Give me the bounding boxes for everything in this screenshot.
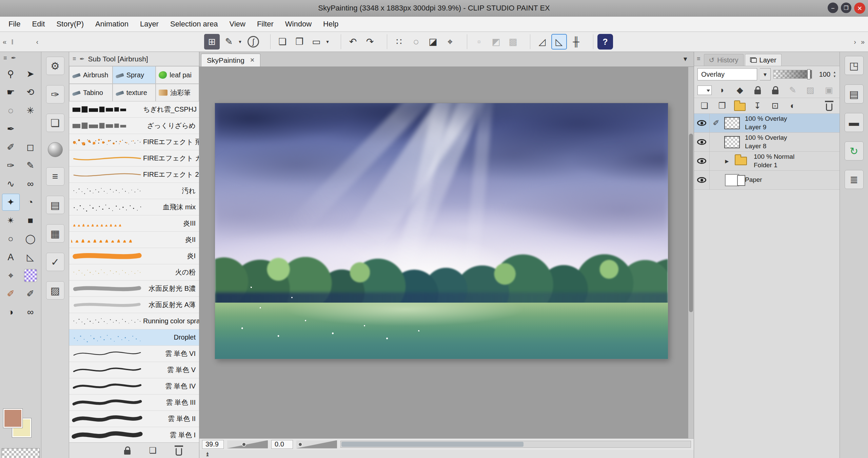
layer-row[interactable]: ✐ 100 % Overlay Layer 9	[694, 114, 840, 133]
reference-layer-icon[interactable]: ◗	[715, 83, 729, 97]
brush-item[interactable]: 血飛沫 mix	[69, 199, 199, 215]
horizontal-scrollbar-thumb[interactable]	[341, 442, 524, 447]
folder-expand-toggle[interactable]: ▶	[723, 152, 731, 170]
brush-item[interactable]: 炎II	[69, 232, 199, 248]
delete-layer-icon[interactable]	[822, 99, 836, 113]
subtool-group-tabino[interactable]: Tabino	[69, 84, 113, 101]
layer-visibility-toggle[interactable]	[694, 152, 710, 170]
subtool-group-spray[interactable]: Spray	[113, 66, 156, 84]
pattern-grid-icon[interactable]: ▦	[46, 224, 64, 243]
panel-menu-icon[interactable]: ≡	[697, 55, 701, 62]
transparent-color-dropdown[interactable]	[697, 83, 712, 97]
panel-menu-icon[interactable]: ≡	[73, 55, 76, 62]
lock-transparent-pixels-icon[interactable]	[768, 83, 782, 97]
tool-ruler[interactable]: ◺	[22, 249, 39, 266]
create-copy-subtool-icon[interactable]: ❏	[146, 443, 160, 458]
collapse-right-panel-icon[interactable]: ›	[854, 38, 856, 46]
tool-brush[interactable]: ∿	[2, 175, 20, 192]
document-tab-close-icon[interactable]: ✕	[250, 57, 255, 64]
tool-fill[interactable]: ✴	[2, 212, 20, 229]
tool-auto-select[interactable]: ✳	[22, 102, 39, 119]
rotation-slider-knob[interactable]	[298, 442, 302, 446]
brush-item[interactable]: 汚れ	[69, 183, 199, 199]
tool-gradient[interactable]: ■	[22, 212, 39, 229]
tool-pencil[interactable]: ✎	[22, 157, 39, 174]
layer-thumbnail[interactable]	[731, 152, 750, 170]
redo-icon[interactable]: ↷	[362, 34, 378, 50]
tool-rotate[interactable]: ⟲	[22, 84, 39, 101]
tool-figure[interactable]: ○	[2, 230, 20, 247]
tool-liquify[interactable]: ⌖	[2, 267, 20, 284]
menu-item[interactable]: File	[3, 17, 26, 32]
brush-item[interactable]: ちぎれ雲_CSPHJ	[69, 101, 199, 118]
lock-subtool-icon[interactable]	[120, 443, 134, 458]
workspace-panels-icon[interactable]: ⊞	[204, 34, 220, 50]
deselect-icon[interactable]: ◌	[408, 34, 424, 50]
save-icon[interactable]: ▭	[309, 34, 324, 50]
tool-pen[interactable]: ✑	[2, 157, 20, 174]
timelapse-icon[interactable]: ▬	[845, 113, 864, 132]
expand-dock-icon[interactable]: ◳	[845, 56, 864, 75]
new-layer-menu-icon[interactable]: ❐	[715, 99, 729, 113]
new-folder-icon[interactable]	[733, 99, 747, 113]
brush-item[interactable]: 炎III	[69, 215, 199, 232]
undo-icon[interactable]: ↶	[345, 34, 361, 50]
timeline-icon[interactable]: ▤	[46, 196, 64, 214]
subview-icon[interactable]: ▨	[46, 281, 64, 300]
snap-to-ruler-icon[interactable]: ◿	[534, 34, 550, 50]
layer-color-icon[interactable]: ▨	[803, 83, 817, 97]
brush-item[interactable]: FIREエフェクト 2色	[69, 167, 199, 183]
maximize-button[interactable]: ❐	[841, 3, 851, 13]
brush-item[interactable]: FIREエフェクト 飛び火	[69, 134, 199, 150]
tool-zoom[interactable]: ⚲	[2, 65, 20, 82]
panel-options-icon[interactable]: ▣	[822, 83, 836, 97]
main-color-swatch[interactable]	[3, 409, 22, 428]
brush-item[interactable]: Running color spray	[69, 313, 199, 329]
panel-menu-icon[interactable]: ≡	[3, 55, 7, 62]
opacity-slider[interactable]	[773, 70, 812, 79]
brush-item[interactable]: 雲 単色 IV	[69, 378, 199, 395]
draft-layer-icon[interactable]: ◆	[733, 83, 747, 97]
tab-list-caret[interactable]: ▼	[682, 56, 688, 63]
subtool-group-airbrush[interactable]: Airbrush	[69, 66, 113, 84]
canvas-viewport[interactable]	[199, 67, 694, 438]
snap-to-grid-icon[interactable]: ╫	[568, 34, 584, 50]
menu-item[interactable]: Filter	[251, 17, 279, 32]
tool-text[interactable]: A	[2, 249, 20, 266]
layer-thumbnail[interactable]	[723, 171, 742, 189]
collapse-right-dock-icon[interactable]: »	[861, 38, 865, 46]
crop-selection-icon[interactable]: ▫	[471, 34, 487, 50]
layer-visibility-toggle[interactable]	[694, 114, 710, 132]
menu-item[interactable]: Story(P)	[51, 17, 90, 32]
tool-decoration[interactable]: ∞	[22, 175, 39, 192]
mask-outside-icon[interactable]: ◩	[488, 34, 504, 50]
tab-layer[interactable]: Layer	[745, 54, 782, 66]
current-tool-icon[interactable]: ✎	[221, 34, 237, 50]
auto-action-icon[interactable]: ↻	[845, 141, 864, 160]
rotation-value[interactable]: 0.0	[271, 440, 293, 449]
quick-access-icon[interactable]: ▤	[845, 84, 864, 103]
layer-visibility-toggle[interactable]	[694, 133, 710, 151]
tool-eraser[interactable]: ◻	[22, 139, 39, 156]
brush-shape-icon[interactable]: ❏	[46, 114, 64, 132]
gradient-set-icon[interactable]: ≡	[46, 167, 64, 186]
transfer-to-lower-layer-icon[interactable]: ↧	[750, 99, 765, 113]
tool-hand[interactable]: ☛	[2, 84, 20, 101]
collapse-status-icon[interactable]: ▲ ▲	[205, 452, 210, 456]
opacity-slider-thumb[interactable]	[807, 69, 810, 79]
horizontal-scrollbar[interactable]	[340, 441, 691, 448]
transparent-color-swatch[interactable]	[2, 448, 40, 458]
dock-grip[interactable]: |||	[11, 39, 12, 45]
tool-eyedropper[interactable]: ✒	[2, 120, 20, 137]
delete-subtool-icon[interactable]	[172, 443, 186, 458]
tool-watercolor-brush[interactable]: ✐	[2, 285, 20, 302]
menu-item[interactable]: Animation	[90, 17, 134, 32]
tool-oil-brush[interactable]: ✐	[22, 285, 39, 302]
zoom-slider[interactable]	[227, 440, 268, 449]
brush-item[interactable]: Droplet	[69, 329, 199, 346]
brush-item[interactable]: 雲 単色 II	[69, 411, 199, 427]
snap-to-special-ruler-icon[interactable]: ◺	[551, 34, 567, 50]
blend-mode-caret[interactable]: ▼	[760, 68, 771, 80]
tool-object[interactable]: ➤	[22, 65, 39, 82]
brush-item[interactable]: 水面反射光 B濃	[69, 281, 199, 297]
